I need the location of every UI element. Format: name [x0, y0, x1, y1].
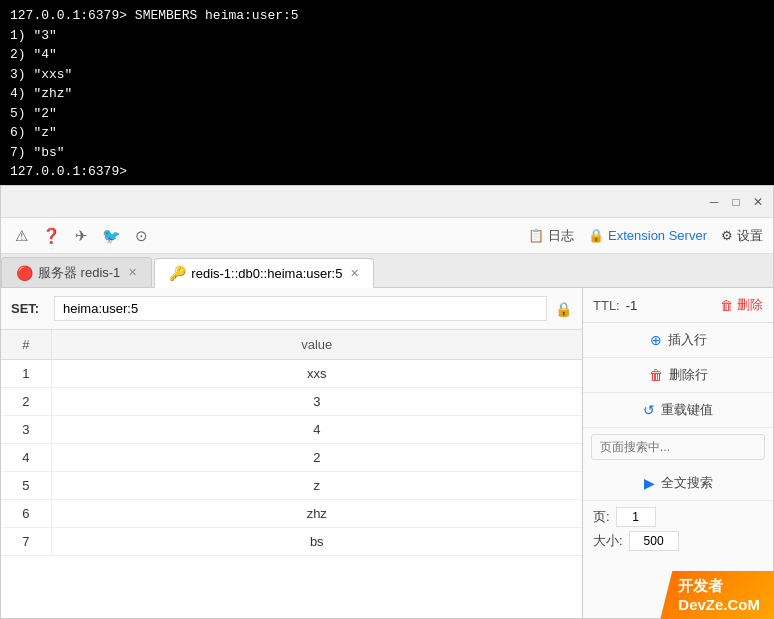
terminal-output-4: 4) "zhz": [10, 84, 764, 104]
tab-key-close[interactable]: ✕: [350, 267, 359, 280]
delete-label: 删除: [737, 296, 763, 314]
row-num: 5: [1, 472, 51, 500]
row-num: 4: [1, 444, 51, 472]
page-input[interactable]: [616, 507, 656, 527]
tab-server-close[interactable]: ✕: [128, 266, 137, 279]
terminal-area: 127.0.0.1:6379> SMEMBERS heima:user:5 1)…: [0, 0, 774, 185]
row-value: 2: [51, 444, 582, 472]
warning-icon[interactable]: ⚠: [11, 226, 31, 246]
reload-icon: ↺: [643, 402, 655, 418]
extension-server-button[interactable]: 🔒 Extension Server: [588, 228, 707, 243]
row-num: 1: [1, 360, 51, 388]
table-body: 1 xxs 2 3 3 4 4 2 5 z 6 zhz 7 bs: [1, 360, 582, 556]
close-button[interactable]: ✕: [751, 195, 765, 209]
toolbar-right: 📋 日志 🔒 Extension Server ⚙ 设置: [528, 227, 763, 245]
page-row: 页:: [593, 507, 763, 527]
delete-key-button[interactable]: 🗑 删除: [720, 296, 763, 314]
log-button[interactable]: 📋 日志: [528, 227, 574, 245]
table-row[interactable]: 4 2: [1, 444, 582, 472]
right-panel: TTL: -1 🗑 删除 ⊕ 插入行 🗑 删除行 ↺ 重载键值: [583, 288, 773, 618]
page-label: 页:: [593, 508, 610, 526]
fulltext-label: 全文搜索: [661, 474, 713, 492]
terminal-output-3: 3) "xxs": [10, 65, 764, 85]
main-content: SET: 🔒 # value 1 xxs 2 3: [1, 288, 773, 618]
tab-server-redis1[interactable]: 🔴 服务器 redis-1 ✕: [1, 257, 152, 287]
twitter-icon[interactable]: 🐦: [101, 226, 121, 246]
github-icon[interactable]: ⊙: [131, 226, 151, 246]
size-input[interactable]: [629, 531, 679, 551]
tab-key-icon: 🔑: [169, 265, 186, 281]
key-panel: SET: 🔒 # value 1 xxs 2 3: [1, 288, 583, 618]
terminal-output-6: 6) "z": [10, 123, 764, 143]
tab-key-viewer[interactable]: 🔑 redis-1::db0::heima:user:5 ✕: [154, 258, 374, 288]
col-value-header: value: [51, 330, 582, 360]
table-row[interactable]: 6 zhz: [1, 500, 582, 528]
tab-bar: 🔴 服务器 redis-1 ✕ 🔑 redis-1::db0::heima:us…: [1, 254, 773, 288]
size-row: 大小:: [593, 531, 763, 551]
minus-icon: 🗑: [649, 367, 663, 383]
insert-row-label: 插入行: [668, 331, 707, 349]
maximize-button[interactable]: □: [729, 195, 743, 209]
table-row[interactable]: 5 z: [1, 472, 582, 500]
terminal-output-5: 5) "2": [10, 104, 764, 124]
table-row[interactable]: 7 bs: [1, 528, 582, 556]
plus-icon: ⊕: [650, 332, 662, 348]
terminal-command-line: 127.0.0.1:6379> SMEMBERS heima:user:5: [10, 6, 764, 26]
key-type-label: SET:: [11, 301, 46, 316]
app-window: ─ □ ✕ ⚠ ❓ ✈ 🐦 ⊙ 📋 日志 🔒 Extension Server …: [0, 185, 774, 619]
table-row[interactable]: 3 4: [1, 416, 582, 444]
delete-row-label: 删除行: [669, 366, 708, 384]
page-search-input[interactable]: [591, 434, 765, 460]
log-label: 日志: [548, 227, 574, 245]
row-value: z: [51, 472, 582, 500]
settings-button[interactable]: ⚙ 设置: [721, 227, 763, 245]
extension-icon: 🔒: [588, 228, 604, 243]
row-value: bs: [51, 528, 582, 556]
row-value: 4: [51, 416, 582, 444]
settings-label: 设置: [737, 227, 763, 245]
terminal-output-7: 7) "bs": [10, 143, 764, 163]
tab-server-icon: 🔴: [16, 265, 33, 281]
telegram-icon[interactable]: ✈: [71, 226, 91, 246]
key-name-input[interactable]: [54, 296, 547, 321]
col-num-header: #: [1, 330, 51, 360]
row-num: 3: [1, 416, 51, 444]
minimize-button[interactable]: ─: [707, 195, 721, 209]
delete-row-button[interactable]: 🗑 删除行: [583, 358, 773, 393]
terminal-prompt: 127.0.0.1:6379>: [10, 8, 127, 23]
row-num: 2: [1, 388, 51, 416]
insert-row-button[interactable]: ⊕ 插入行: [583, 323, 773, 358]
pagination-section: 页: 大小:: [583, 501, 773, 557]
row-num: 6: [1, 500, 51, 528]
fulltext-search-button[interactable]: ▶ 全文搜索: [583, 466, 773, 501]
fulltext-icon: ▶: [644, 475, 655, 491]
watermark: 开发者DevZe.CoM: [660, 571, 774, 619]
size-label: 大小:: [593, 532, 623, 550]
data-table-container: # value 1 xxs 2 3 3 4 4 2 5 z 6 zhz: [1, 330, 582, 618]
terminal-output-2: 2) "4": [10, 45, 764, 65]
terminal-command: SMEMBERS heima:user:5: [127, 8, 299, 23]
table-row[interactable]: 1 xxs: [1, 360, 582, 388]
table-row[interactable]: 2 3: [1, 388, 582, 416]
ttl-row: TTL: -1 🗑 删除: [583, 288, 773, 323]
help-icon[interactable]: ❓: [41, 226, 61, 246]
log-icon: 📋: [528, 228, 544, 243]
tab-server-label: 服务器 redis-1: [38, 264, 120, 282]
gear-icon: ⚙: [721, 228, 733, 243]
trash-icon: 🗑: [720, 298, 733, 313]
ttl-value: -1: [626, 298, 638, 313]
ttl-label: TTL:: [593, 298, 620, 313]
window-controls: ─ □ ✕: [707, 195, 765, 209]
row-value: zhz: [51, 500, 582, 528]
row-value: xxs: [51, 360, 582, 388]
terminal-prompt2: 127.0.0.1:6379>: [10, 162, 764, 182]
terminal-output-1: 1) "3": [10, 26, 764, 46]
reload-button[interactable]: ↺ 重载键值: [583, 393, 773, 428]
reload-label: 重载键值: [661, 401, 713, 419]
row-value: 3: [51, 388, 582, 416]
tab-key-label: redis-1::db0::heima:user:5: [191, 266, 342, 281]
titlebar: ─ □ ✕: [1, 186, 773, 218]
key-header: SET: 🔒: [1, 288, 582, 330]
data-table: # value 1 xxs 2 3 3 4 4 2 5 z 6 zhz: [1, 330, 582, 556]
extension-label: Extension Server: [608, 228, 707, 243]
